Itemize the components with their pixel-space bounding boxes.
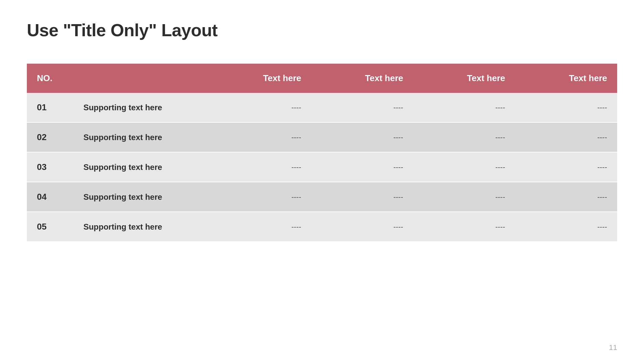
cell-col4: ----: [515, 152, 617, 182]
header-desc: [73, 64, 209, 93]
header-col1: Text here: [209, 64, 311, 93]
cell-desc: Supporting text here: [73, 212, 209, 242]
cell-col3: ----: [413, 122, 515, 152]
cell-no: 05: [27, 212, 73, 242]
cell-desc: Supporting text here: [73, 182, 209, 212]
table-container: NO. Text here Text here Text here Text h…: [27, 64, 617, 242]
cell-col3: ----: [413, 152, 515, 182]
cell-col2: ----: [311, 93, 413, 122]
cell-col2: ----: [311, 182, 413, 212]
table-row: 04Supporting text here----------------: [27, 182, 617, 212]
slide-title: Use "Title Only" Layout: [27, 20, 617, 40]
cell-col2: ----: [311, 212, 413, 242]
table-row: 02Supporting text here----------------: [27, 122, 617, 152]
table-header-row: NO. Text here Text here Text here Text h…: [27, 64, 617, 93]
cell-desc: Supporting text here: [73, 93, 209, 122]
data-table: NO. Text here Text here Text here Text h…: [27, 64, 617, 242]
cell-desc: Supporting text here: [73, 122, 209, 152]
cell-col4: ----: [515, 182, 617, 212]
cell-col1: ----: [209, 122, 311, 152]
cell-no: 04: [27, 182, 73, 212]
cell-no: 03: [27, 152, 73, 182]
cell-col4: ----: [515, 93, 617, 122]
cell-col4: ----: [515, 212, 617, 242]
cell-desc: Supporting text here: [73, 152, 209, 182]
cell-no: 01: [27, 93, 73, 122]
cell-col1: ----: [209, 182, 311, 212]
cell-no: 02: [27, 122, 73, 152]
cell-col3: ----: [413, 93, 515, 122]
header-col3: Text here: [413, 64, 515, 93]
header-col2: Text here: [311, 64, 413, 93]
table-body: 01Supporting text here----------------02…: [27, 93, 617, 242]
slide: Use "Title Only" Layout NO. Text here Te…: [0, 0, 644, 362]
cell-col4: ----: [515, 122, 617, 152]
table-row: 03Supporting text here----------------: [27, 152, 617, 182]
table-row: 05Supporting text here----------------: [27, 212, 617, 242]
page-number: 11: [609, 343, 617, 352]
cell-col2: ----: [311, 122, 413, 152]
cell-col3: ----: [413, 182, 515, 212]
cell-col3: ----: [413, 212, 515, 242]
header-col4: Text here: [515, 64, 617, 93]
header-no: NO.: [27, 64, 73, 93]
cell-col1: ----: [209, 212, 311, 242]
cell-col2: ----: [311, 152, 413, 182]
cell-col1: ----: [209, 152, 311, 182]
table-row: 01Supporting text here----------------: [27, 93, 617, 122]
cell-col1: ----: [209, 93, 311, 122]
